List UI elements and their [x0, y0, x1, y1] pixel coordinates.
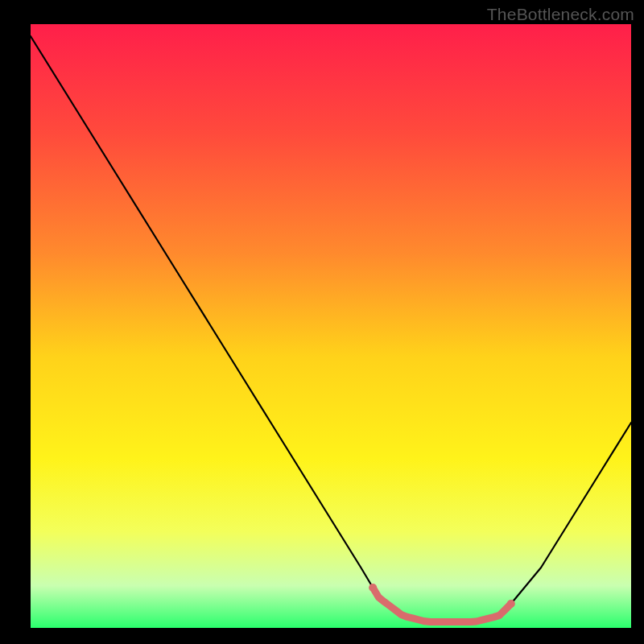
highlight-endpoint [507, 600, 515, 608]
highlight-endpoint [369, 584, 377, 592]
chart-plot [0, 0, 644, 644]
watermark-text: TheBottleneck.com [487, 5, 634, 24]
svg-rect-0 [31, 24, 631, 628]
